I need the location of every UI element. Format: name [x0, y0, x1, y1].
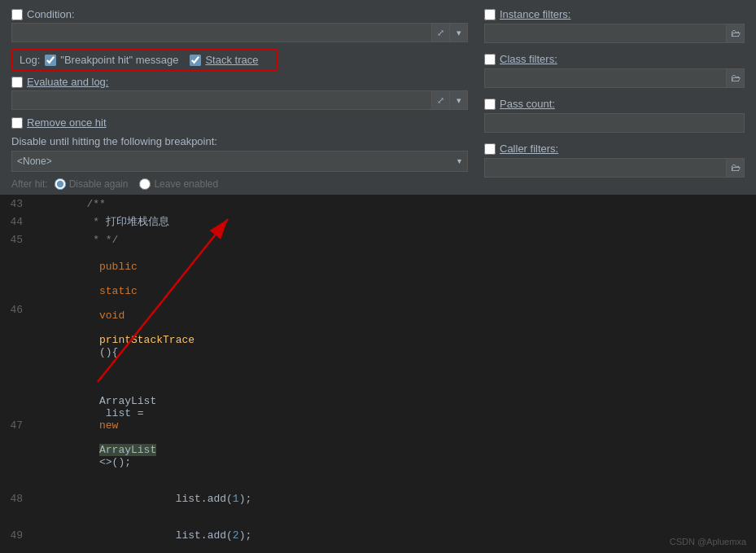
- caller-filters-section: Caller filters: 🗁: [484, 143, 745, 178]
- watermark: CSDN @Apluemxa: [670, 537, 746, 546]
- condition-label: Condition:: [27, 8, 75, 20]
- caller-filters-folder-btn[interactable]: 🗁: [727, 158, 745, 178]
- log-breakpoint-option: "Breakpoint hit" message: [45, 54, 178, 66]
- right-panel: Instance filters: 🗁 Class filters:: [484, 8, 745, 190]
- condition-input-row: ⤢ ▾: [11, 23, 468, 42]
- stack-trace-checkbox[interactable]: [190, 55, 201, 66]
- class-filters-section: Class filters: 🗁: [484, 53, 745, 88]
- instance-filters-folder-btn[interactable]: 🗁: [727, 24, 745, 43]
- condition-row: Condition:: [11, 8, 468, 20]
- code-section: 43 /** 44 * 打印堆栈信息 45 * */ 46 public sta…: [0, 195, 756, 553]
- class-filters-label[interactable]: Class filters:: [500, 53, 557, 65]
- log-stacktrace-option: Stack trace: [190, 54, 258, 66]
- line-number: 49: [0, 517, 33, 553]
- table-row: 45 * */: [0, 230, 756, 248]
- leave-enabled-label[interactable]: Leave enabled: [154, 178, 218, 190]
- table-row: 48 list.add(1);: [0, 481, 756, 517]
- pass-count-input-row: [484, 113, 745, 133]
- code-table: 43 /** 44 * 打印堆栈信息 45 * */ 46 public sta…: [0, 195, 756, 553]
- line-number: 45: [0, 230, 33, 248]
- evaluate-input-row: ⤢ ▾: [11, 90, 468, 110]
- evaluate-checkbox[interactable]: [11, 77, 23, 88]
- disable-again-label[interactable]: Disable again: [69, 178, 129, 190]
- disable-until-select-wrapper: <None>: [11, 151, 468, 172]
- evaluate-label[interactable]: Evaluate and log:: [27, 76, 108, 88]
- code-cell: * 打印堆栈信息: [33, 213, 756, 230]
- left-panel: Condition: ⤢ ▾ Log: "Breakpoint hit" mes…: [11, 8, 484, 190]
- breakpoint-hit-label[interactable]: "Breakpoint hit" message: [60, 54, 178, 66]
- caller-filters-label[interactable]: Caller filters:: [500, 143, 558, 155]
- pass-count-label[interactable]: Pass count:: [500, 98, 555, 110]
- class-filters-input[interactable]: [484, 68, 727, 88]
- code-cell: /**: [33, 195, 756, 213]
- breakpoint-hit-checkbox[interactable]: [45, 55, 56, 66]
- code-cell: ArrayList list = new ArrayList <>();: [33, 371, 756, 481]
- code-cell: * */: [33, 230, 756, 248]
- table-row: 47 ArrayList list = new ArrayList <>();: [0, 371, 756, 481]
- evaluate-expand-btn[interactable]: ⤢: [432, 90, 450, 110]
- instance-filters-label[interactable]: Instance filters:: [500, 8, 570, 20]
- evaluate-dropdown-btn[interactable]: ▾: [450, 90, 468, 110]
- instance-filters-section: Instance filters: 🗁: [484, 8, 745, 43]
- stack-trace-label[interactable]: Stack trace: [205, 54, 258, 66]
- disable-again-radio[interactable]: [55, 178, 66, 190]
- condition-checkbox[interactable]: [11, 9, 23, 20]
- evaluate-label-row: Evaluate and log:: [11, 76, 468, 88]
- line-number: 47: [0, 371, 33, 481]
- line-number: 44: [0, 213, 33, 230]
- condition-dropdown-btn[interactable]: ▾: [450, 23, 468, 42]
- condition-input[interactable]: [11, 23, 432, 42]
- top-section: Condition: ⤢ ▾ Log: "Breakpoint hit" mes…: [0, 0, 756, 195]
- remove-once-hit-row: Remove once hit: [11, 116, 468, 129]
- instance-filters-label-row: Instance filters:: [484, 8, 745, 20]
- code-cell: list.add(1);: [33, 481, 756, 517]
- pass-count-label-row: Pass count:: [484, 98, 745, 110]
- code-cell: list.add(2);: [33, 517, 756, 553]
- disable-again-option: Disable again: [55, 178, 129, 190]
- instance-filters-input[interactable]: [484, 24, 727, 43]
- line-number: 46: [0, 248, 33, 371]
- caller-filters-input[interactable]: [484, 158, 727, 178]
- caller-filters-input-row: 🗁: [484, 158, 745, 178]
- main-panel: Condition: ⤢ ▾ Log: "Breakpoint hit" mes…: [0, 0, 756, 553]
- remove-once-hit-label[interactable]: Remove once hit: [27, 116, 107, 129]
- line-number: 43: [0, 195, 33, 213]
- leave-enabled-radio[interactable]: [139, 178, 151, 190]
- class-filters-checkbox[interactable]: [484, 54, 496, 65]
- table-row: 49 list.add(2);: [0, 517, 756, 553]
- table-row: 43 /**: [0, 195, 756, 213]
- pass-count-input[interactable]: [484, 113, 745, 133]
- log-label: Log:: [20, 54, 40, 66]
- pass-count-section: Pass count:: [484, 98, 745, 133]
- table-row: 44 * 打印堆栈信息: [0, 213, 756, 230]
- class-filters-input-row: 🗁: [484, 68, 745, 88]
- remove-once-hit-checkbox[interactable]: [11, 117, 23, 129]
- class-filters-folder-btn[interactable]: 🗁: [727, 68, 745, 88]
- disable-until-select[interactable]: <None>: [11, 151, 468, 172]
- caller-filters-checkbox[interactable]: [484, 143, 496, 155]
- after-hit-row: After hit: Disable again Leave enabled: [11, 178, 468, 190]
- instance-filters-checkbox[interactable]: [484, 9, 496, 20]
- after-hit-label: After hit:: [11, 178, 48, 190]
- class-filters-label-row: Class filters:: [484, 53, 745, 65]
- caller-filters-label-row: Caller filters:: [484, 143, 745, 155]
- table-row: 46 public static void printStackTrace ()…: [0, 248, 756, 371]
- pass-count-checkbox[interactable]: [484, 99, 496, 110]
- evaluate-input[interactable]: [11, 90, 432, 110]
- disable-until-label: Disable until hitting the following brea…: [11, 135, 468, 147]
- condition-expand-btn[interactable]: ⤢: [432, 23, 450, 42]
- code-cell: public static void printStackTrace (){: [33, 248, 756, 371]
- line-number: 48: [0, 481, 33, 517]
- instance-filters-input-row: 🗁: [484, 24, 745, 43]
- leave-enabled-option: Leave enabled: [139, 178, 218, 190]
- log-row-box: Log: "Breakpoint hit" message Stack trac…: [11, 49, 277, 71]
